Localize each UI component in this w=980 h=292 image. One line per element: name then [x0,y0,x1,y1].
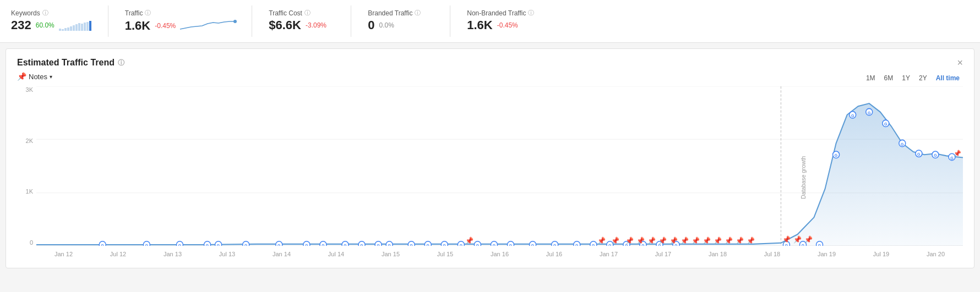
branded-info-icon[interactable]: ⓘ [415,9,421,17]
x-axis: Jan 12 Jul 12 Jan 13 Jul 13 Jan 14 Jul 1… [36,246,963,262]
keywords-mini-chart [59,20,91,31]
branded-traffic-metric: Branded Traffic ⓘ 0 0.0% [368,5,450,37]
time-btn-all[interactable]: All time [933,73,963,84]
branded-traffic-label: Branded Traffic [368,9,412,17]
keywords-info-icon[interactable]: ⓘ [42,9,48,17]
chart-title-text: Estimated Traffic Trend [17,58,115,68]
x-label-jan14: Jan 14 [254,251,309,257]
keywords-value: 232 [11,18,31,32]
svg-text:📌: 📌 [714,236,722,245]
chart-title-group: Estimated Traffic Trend ⓘ [17,58,124,68]
non-branded-traffic-value: 1.6K [467,18,492,32]
svg-text:G: G [835,153,838,158]
chart-info-icon[interactable]: ⓘ [118,58,124,68]
traffic-cost-info-icon[interactable]: ⓘ [304,9,311,17]
svg-text:G: G [934,153,937,158]
svg-text:G: G [851,114,854,118]
svg-text:G: G [868,111,871,115]
traffic-info-icon[interactable]: ⓘ [145,9,151,17]
keywords-metric: Keywords ⓘ 232 60.0% [11,5,108,37]
non-branded-traffic-label: Non-Branded Traffic [467,9,526,17]
chart-area-fill [36,103,963,246]
chart-close-button[interactable]: × [957,58,963,68]
x-label-jan13: Jan 13 [145,251,200,257]
traffic-sparkline [180,18,235,34]
time-period-controls: 1M 6M 1Y 2Y All time [863,73,963,84]
non-branded-traffic-metric: Non-Branded Traffic ⓘ 1.6K -0.45% [467,5,551,37]
y-label-0: 0 [17,239,36,246]
notes-chevron-icon: ▾ [50,74,52,80]
x-label-jan18: Jan 18 [690,251,745,257]
svg-text:📌: 📌 [669,236,678,245]
x-label-jan17: Jan 17 [581,251,636,257]
chart-area: 0 1K 2K 3K [17,86,963,262]
svg-text:📌: 📌 [597,236,606,245]
time-btn-1m[interactable]: 1M [863,73,879,84]
traffic-label: Traffic [125,9,143,17]
svg-text:📌: 📌 [612,236,620,245]
svg-text:📌: 📌 [782,235,791,244]
svg-text:📌: 📌 [465,236,474,245]
x-label-jul15: Jul 15 [418,251,472,257]
svg-text:G: G [884,122,888,126]
svg-text:📌: 📌 [692,236,700,245]
y-label-3k: 3K [17,86,36,93]
svg-text:📌: 📌 [703,236,711,245]
x-label-jul18: Jul 18 [745,251,799,257]
traffic-value: 1.6K [125,19,150,33]
traffic-change: -0.45% [155,22,176,30]
non-branded-info-icon[interactable]: ⓘ [528,9,534,17]
svg-text:📌: 📌 [804,235,813,244]
svg-text:📌: 📌 [747,236,755,245]
time-btn-1y[interactable]: 1Y [899,73,913,84]
keywords-label: Keywords [11,9,40,17]
svg-text:G: G [917,152,921,157]
svg-text:G: G [901,142,904,147]
x-label-jan20: Jan 20 [908,251,963,257]
traffic-trend-chart: G G G G G G G G G [36,86,963,246]
time-btn-6m[interactable]: 6M [881,73,897,84]
svg-point-0 [233,20,237,23]
non-branded-traffic-change: -0.45% [497,21,518,29]
svg-text:📌: 📌 [680,236,689,245]
x-label-jul13: Jul 13 [200,251,254,257]
x-label-jan16: Jan 16 [472,251,527,257]
svg-text:📌: 📌 [625,236,634,245]
x-label-jan15: Jan 15 [363,251,418,257]
svg-text:📌: 📌 [725,236,733,245]
traffic-cost-value: $6.6K [269,18,301,32]
branded-traffic-value: 0 [368,18,374,32]
database-growth-label: Database growth [801,156,807,199]
svg-text:📌: 📌 [636,236,645,245]
metrics-bar: Keywords ⓘ 232 60.0% Tra [0,0,980,43]
branded-traffic-change: 0.0% [379,21,394,29]
svg-text:📌: 📌 [736,236,744,245]
notes-label: Notes [29,73,47,81]
chart-controls-row: 📌 Notes ▾ 1M 6M 1Y 2Y All time [17,72,963,84]
y-axis: 0 1K 2K 3K [17,86,36,262]
chart-panel: Estimated Traffic Trend ⓘ × 📌 Notes ▾ 1M… [6,48,974,268]
svg-text:📌: 📌 [793,235,802,244]
x-label-jan12: Jan 12 [36,251,91,257]
traffic-cost-change: -3.09% [306,21,326,29]
traffic-cost-label: Traffic Cost [269,9,302,17]
x-label-jan19: Jan 19 [799,251,854,257]
traffic-cost-metric: Traffic Cost ⓘ $6.6K -3.09% [269,5,351,37]
time-btn-2y[interactable]: 2Y [916,73,930,84]
x-label-jul17: Jul 17 [636,251,690,257]
chart-svg-area: G G G G G G G G G [36,86,963,246]
y-label-2k: 2K [17,137,36,144]
svg-text:📌: 📌 [658,236,667,245]
x-label-jul16: Jul 16 [527,251,581,257]
svg-text:📌: 📌 [647,236,656,245]
x-label-jul14: Jul 14 [309,251,363,257]
notes-pin-icon: 📌 [17,72,26,81]
x-label-jul12: Jul 12 [91,251,145,257]
y-label-1k: 1K [17,188,36,195]
x-label-jul19: Jul 19 [854,251,908,257]
keywords-change: 60.0% [36,21,55,29]
notes-button[interactable]: 📌 Notes ▾ [17,72,52,81]
traffic-metric: Traffic ⓘ 1.6K -0.45% [125,5,253,37]
svg-text:📌: 📌 [954,150,961,157]
